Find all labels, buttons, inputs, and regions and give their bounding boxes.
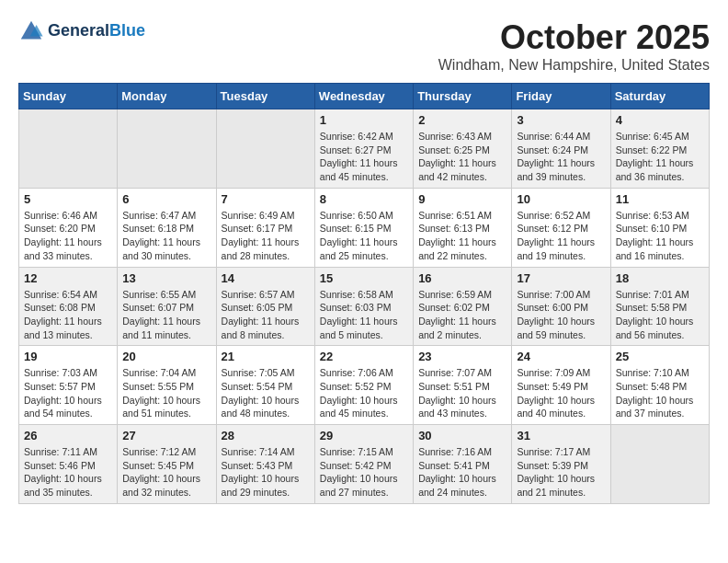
calendar-cell (610, 425, 709, 504)
day-info: Sunrise: 6:42 AM Sunset: 6:27 PM Dayligh… (320, 130, 408, 184)
calendar-cell: 25Sunrise: 7:10 AM Sunset: 5:48 PM Dayli… (610, 346, 709, 425)
day-number: 17 (517, 271, 605, 285)
logo-line1: GeneralBlue (48, 22, 145, 40)
calendar-cell: 4Sunrise: 6:45 AM Sunset: 6:22 PM Daylig… (610, 109, 709, 189)
day-number: 30 (418, 429, 506, 442)
day-info: Sunrise: 6:55 AM Sunset: 6:07 PM Dayligh… (122, 288, 210, 342)
calendar-cell: 31Sunrise: 7:17 AM Sunset: 5:39 PM Dayli… (512, 425, 610, 504)
calendar-week-row: 26Sunrise: 7:11 AM Sunset: 5:46 PM Dayli… (19, 425, 710, 504)
calendar-week-row: 12Sunrise: 6:54 AM Sunset: 6:08 PM Dayli… (19, 267, 710, 346)
location-title: Windham, New Hampshire, United States (438, 57, 710, 74)
day-info: Sunrise: 7:00 AM Sunset: 6:00 PM Dayligh… (517, 288, 605, 342)
day-number: 28 (222, 429, 310, 442)
day-number: 5 (24, 192, 112, 206)
day-info: Sunrise: 7:07 AM Sunset: 5:51 PM Dayligh… (418, 366, 506, 420)
day-info: Sunrise: 6:43 AM Sunset: 6:25 PM Dayligh… (418, 130, 506, 184)
day-number: 31 (517, 429, 605, 442)
day-info: Sunrise: 7:05 AM Sunset: 5:54 PM Dayligh… (222, 366, 310, 420)
day-number: 11 (616, 192, 704, 206)
title-area: October 2025 Windham, New Hampshire, Uni… (438, 18, 710, 74)
day-info: Sunrise: 7:15 AM Sunset: 5:42 PM Dayligh… (320, 445, 408, 500)
day-number: 21 (222, 350, 310, 363)
day-info: Sunrise: 6:44 AM Sunset: 6:24 PM Dayligh… (517, 130, 605, 184)
col-header-tuesday: Tuesday (216, 84, 314, 109)
logo: GeneralBlue (18, 18, 145, 44)
day-info: Sunrise: 6:47 AM Sunset: 6:18 PM Dayligh… (122, 209, 210, 263)
day-number: 27 (122, 429, 210, 442)
calendar-cell: 29Sunrise: 7:15 AM Sunset: 5:42 PM Dayli… (314, 425, 413, 504)
calendar-cell: 6Sunrise: 6:47 AM Sunset: 6:18 PM Daylig… (118, 188, 216, 267)
calendar-cell: 20Sunrise: 7:04 AM Sunset: 5:55 PM Dayli… (118, 346, 216, 425)
calendar-week-row: 5Sunrise: 6:46 AM Sunset: 6:20 PM Daylig… (19, 188, 710, 267)
day-number: 23 (418, 350, 506, 363)
day-number: 10 (517, 192, 605, 206)
day-info: Sunrise: 6:51 AM Sunset: 6:13 PM Dayligh… (418, 209, 506, 263)
calendar-cell: 27Sunrise: 7:12 AM Sunset: 5:45 PM Dayli… (118, 425, 216, 504)
col-header-wednesday: Wednesday (314, 84, 413, 109)
calendar-cell: 10Sunrise: 6:52 AM Sunset: 6:12 PM Dayli… (512, 188, 610, 267)
calendar-cell: 18Sunrise: 7:01 AM Sunset: 5:58 PM Dayli… (610, 267, 709, 346)
col-header-sunday: Sunday (19, 84, 118, 109)
calendar-cell (118, 109, 216, 189)
day-number: 12 (24, 271, 112, 285)
day-number: 25 (616, 350, 704, 363)
day-info: Sunrise: 6:58 AM Sunset: 6:03 PM Dayligh… (320, 288, 408, 342)
day-number: 2 (418, 113, 506, 127)
calendar-cell (19, 109, 118, 189)
calendar-cell: 9Sunrise: 6:51 AM Sunset: 6:13 PM Daylig… (414, 188, 512, 267)
day-number: 24 (517, 350, 605, 363)
calendar-cell: 7Sunrise: 6:49 AM Sunset: 6:17 PM Daylig… (216, 188, 314, 267)
day-info: Sunrise: 7:01 AM Sunset: 5:58 PM Dayligh… (616, 288, 704, 342)
calendar-cell: 21Sunrise: 7:05 AM Sunset: 5:54 PM Dayli… (216, 346, 314, 425)
calendar-cell: 14Sunrise: 6:57 AM Sunset: 6:05 PM Dayli… (216, 267, 314, 346)
calendar-cell: 12Sunrise: 6:54 AM Sunset: 6:08 PM Dayli… (19, 267, 118, 346)
calendar-cell: 1Sunrise: 6:42 AM Sunset: 6:27 PM Daylig… (314, 109, 413, 189)
calendar-cell: 30Sunrise: 7:16 AM Sunset: 5:41 PM Dayli… (414, 425, 512, 504)
day-info: Sunrise: 7:09 AM Sunset: 5:49 PM Dayligh… (517, 366, 605, 420)
calendar-cell: 16Sunrise: 6:59 AM Sunset: 6:02 PM Dayli… (414, 267, 512, 346)
day-number: 16 (418, 271, 506, 285)
day-info: Sunrise: 6:52 AM Sunset: 6:12 PM Dayligh… (517, 209, 605, 263)
day-number: 15 (320, 271, 408, 285)
calendar-cell: 15Sunrise: 6:58 AM Sunset: 6:03 PM Dayli… (314, 267, 413, 346)
day-info: Sunrise: 7:03 AM Sunset: 5:57 PM Dayligh… (24, 366, 112, 420)
day-info: Sunrise: 6:53 AM Sunset: 6:10 PM Dayligh… (616, 209, 704, 263)
calendar-week-row: 19Sunrise: 7:03 AM Sunset: 5:57 PM Dayli… (19, 346, 710, 425)
day-info: Sunrise: 7:12 AM Sunset: 5:45 PM Dayligh… (122, 445, 210, 500)
calendar-cell (216, 109, 314, 189)
day-info: Sunrise: 7:14 AM Sunset: 5:43 PM Dayligh… (222, 445, 310, 500)
calendar-cell: 26Sunrise: 7:11 AM Sunset: 5:46 PM Dayli… (19, 425, 118, 504)
day-info: Sunrise: 6:45 AM Sunset: 6:22 PM Dayligh… (616, 130, 704, 184)
col-header-saturday: Saturday (610, 84, 709, 109)
col-header-friday: Friday (512, 84, 610, 109)
day-info: Sunrise: 6:46 AM Sunset: 6:20 PM Dayligh… (24, 209, 112, 263)
day-info: Sunrise: 7:04 AM Sunset: 5:55 PM Dayligh… (122, 366, 210, 420)
calendar-cell: 19Sunrise: 7:03 AM Sunset: 5:57 PM Dayli… (19, 346, 118, 425)
header: GeneralBlue October 2025 Windham, New Ha… (18, 18, 710, 74)
logo-icon (18, 18, 44, 44)
day-info: Sunrise: 6:54 AM Sunset: 6:08 PM Dayligh… (24, 288, 112, 342)
day-number: 9 (418, 192, 506, 206)
col-header-monday: Monday (118, 84, 216, 109)
calendar-header-row: SundayMondayTuesdayWednesdayThursdayFrid… (19, 84, 710, 109)
month-title: October 2025 (438, 18, 710, 57)
calendar-cell: 5Sunrise: 6:46 AM Sunset: 6:20 PM Daylig… (19, 188, 118, 267)
day-info: Sunrise: 6:57 AM Sunset: 6:05 PM Dayligh… (222, 288, 310, 342)
day-info: Sunrise: 6:49 AM Sunset: 6:17 PM Dayligh… (222, 209, 310, 263)
day-number: 3 (517, 113, 605, 127)
day-number: 20 (122, 350, 210, 363)
calendar-week-row: 1Sunrise: 6:42 AM Sunset: 6:27 PM Daylig… (19, 109, 710, 189)
day-info: Sunrise: 7:17 AM Sunset: 5:39 PM Dayligh… (517, 445, 605, 500)
calendar-cell: 2Sunrise: 6:43 AM Sunset: 6:25 PM Daylig… (414, 109, 512, 189)
day-number: 29 (320, 429, 408, 442)
day-number: 26 (24, 429, 112, 442)
day-number: 6 (122, 192, 210, 206)
calendar-cell: 28Sunrise: 7:14 AM Sunset: 5:43 PM Dayli… (216, 425, 314, 504)
day-info: Sunrise: 6:59 AM Sunset: 6:02 PM Dayligh… (418, 288, 506, 342)
day-number: 18 (616, 271, 704, 285)
calendar-cell: 8Sunrise: 6:50 AM Sunset: 6:15 PM Daylig… (314, 188, 413, 267)
calendar-cell: 13Sunrise: 6:55 AM Sunset: 6:07 PM Dayli… (118, 267, 216, 346)
day-number: 22 (320, 350, 408, 363)
day-number: 7 (222, 192, 310, 206)
calendar-cell: 17Sunrise: 7:00 AM Sunset: 6:00 PM Dayli… (512, 267, 610, 346)
